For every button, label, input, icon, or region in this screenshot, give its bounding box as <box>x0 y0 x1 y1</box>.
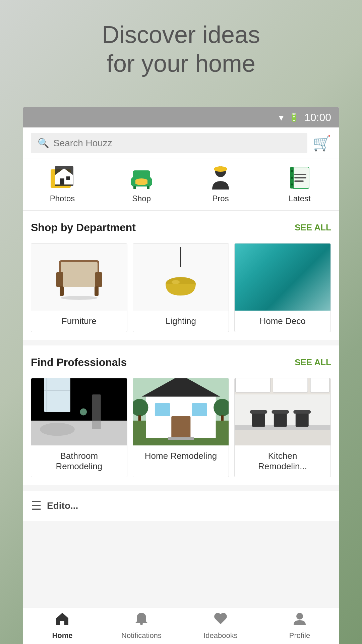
time-display: 10:00 <box>304 111 331 124</box>
svg-rect-18 <box>294 174 306 175</box>
bathroom-label: Bathroom Remodeling <box>31 445 127 477</box>
top-bar: 🔍 🛒 <box>23 127 339 159</box>
nav-pros[interactable]: Pros <box>181 164 260 203</box>
shop-section-header: Shop by Department SEE ALL <box>31 221 331 234</box>
svg-rect-68 <box>272 410 289 414</box>
nav-latest[interactable]: Latest <box>260 164 339 203</box>
partial-section-title: Edito... <box>47 500 78 511</box>
notifications-nav-icon <box>134 611 149 629</box>
home-nav-icon <box>55 611 70 629</box>
shop-label: Shop <box>132 194 151 203</box>
dept-cards-row: Furniture <box>31 243 331 332</box>
svg-rect-28 <box>56 272 63 287</box>
svg-rect-19 <box>294 177 306 178</box>
svg-rect-39 <box>46 378 47 412</box>
partial-section: ☰ Edito... <box>23 491 339 521</box>
svg-rect-49 <box>155 403 170 416</box>
pros-section-header: Find Professionals SEE ALL <box>31 356 331 369</box>
svg-rect-4 <box>66 176 70 180</box>
svg-rect-33 <box>180 247 181 267</box>
svg-rect-3 <box>60 178 64 184</box>
svg-rect-31 <box>95 286 99 296</box>
bottom-nav-profile[interactable]: Profile <box>260 607 339 644</box>
svg-point-7 <box>134 178 149 185</box>
svg-rect-50 <box>192 403 207 416</box>
dept-homedeco-card[interactable]: Home Deco <box>234 243 331 332</box>
home-remo-label: Home Remodeling <box>133 445 229 467</box>
profile-nav-label: Profile <box>289 631 310 640</box>
prof-cards-row: Bathroom Remodeling <box>31 378 331 477</box>
svg-rect-43 <box>92 394 101 429</box>
hero-title: Discover ideas for your home <box>0 20 362 78</box>
svg-rect-14 <box>214 168 227 170</box>
hero-section: Discover ideas for your home <box>0 20 362 78</box>
svg-rect-69 <box>296 412 309 427</box>
photos-icon <box>49 164 76 191</box>
svg-rect-40 <box>44 390 70 391</box>
svg-rect-27 <box>61 262 98 276</box>
homedeco-image <box>235 244 330 311</box>
profile-nav-icon <box>292 611 307 629</box>
latest-label: Latest <box>289 194 310 203</box>
bottom-nav: Home Notifications Ideabooks <box>23 607 339 644</box>
nav-shop[interactable]: Shop <box>102 164 181 203</box>
svg-rect-73 <box>140 623 143 625</box>
furniture-label: Furniture <box>31 311 127 332</box>
bottom-nav-ideabooks[interactable]: Ideabooks <box>181 607 260 644</box>
svg-point-23 <box>291 177 293 179</box>
svg-point-22 <box>291 170 293 172</box>
svg-rect-29 <box>95 272 102 287</box>
svg-rect-71 <box>235 430 330 445</box>
battery-icon: 🔋 <box>289 113 299 122</box>
prof-bathroom-card[interactable]: Bathroom Remodeling <box>31 378 127 477</box>
svg-point-35 <box>172 280 180 284</box>
shop-by-department-section: Shop by Department SEE ALL <box>23 211 339 340</box>
svg-rect-70 <box>294 410 311 414</box>
svg-rect-30 <box>60 286 64 296</box>
search-icon: 🔍 <box>38 138 49 149</box>
search-input[interactable] <box>53 138 301 149</box>
shop-see-all[interactable]: SEE ALL <box>295 222 331 233</box>
prof-home-remo-card[interactable]: Home Remodeling <box>133 378 229 477</box>
svg-rect-66 <box>250 410 267 414</box>
svg-point-44 <box>80 409 87 416</box>
home-nav-label: Home <box>52 631 72 640</box>
bathroom-photo <box>31 378 127 445</box>
search-box[interactable]: 🔍 <box>31 133 307 153</box>
svg-rect-67 <box>274 412 287 427</box>
svg-rect-56 <box>221 415 224 421</box>
find-professionals-section: Find Professionals SEE ALL <box>23 345 339 485</box>
svg-rect-10 <box>133 186 136 189</box>
svg-rect-20 <box>294 180 304 182</box>
wifi-icon: ▾ <box>279 112 284 123</box>
pros-see-all[interactable]: SEE ALL <box>295 357 331 368</box>
photos-label: Photos <box>50 194 75 203</box>
dept-furniture-card[interactable]: Furniture <box>31 243 127 332</box>
prof-kitchen-card[interactable]: KitchenRemodelin... <box>234 378 331 477</box>
svg-rect-62 <box>273 378 308 392</box>
svg-rect-9 <box>147 178 152 185</box>
svg-rect-6 <box>133 170 150 180</box>
svg-point-32 <box>61 296 98 300</box>
lighting-label: Lighting <box>133 311 229 332</box>
main-content: Shop by Department SEE ALL <box>23 211 339 607</box>
svg-rect-52 <box>168 437 194 440</box>
app-card: ▾ 🔋 10:00 🔍 🛒 <box>23 107 339 644</box>
latest-icon <box>286 164 313 191</box>
svg-point-24 <box>291 183 293 185</box>
notifications-nav-label: Notifications <box>121 631 162 640</box>
bottom-nav-home[interactable]: Home <box>23 607 102 644</box>
pros-label: Pros <box>212 194 229 203</box>
dept-lighting-card[interactable]: Lighting <box>133 243 229 332</box>
pros-section-title: Find Professionals <box>31 356 127 369</box>
cart-button[interactable]: 🛒 <box>313 135 331 152</box>
svg-rect-38 <box>44 378 70 412</box>
pros-icon <box>207 164 234 191</box>
kitchen-photo <box>235 378 330 445</box>
furniture-image <box>31 244 127 311</box>
bottom-nav-notifications[interactable]: Notifications <box>102 607 181 644</box>
svg-rect-63 <box>310 378 329 392</box>
list-icon: ☰ <box>31 499 42 513</box>
svg-rect-61 <box>236 378 270 392</box>
nav-photos[interactable]: Photos <box>23 164 102 203</box>
